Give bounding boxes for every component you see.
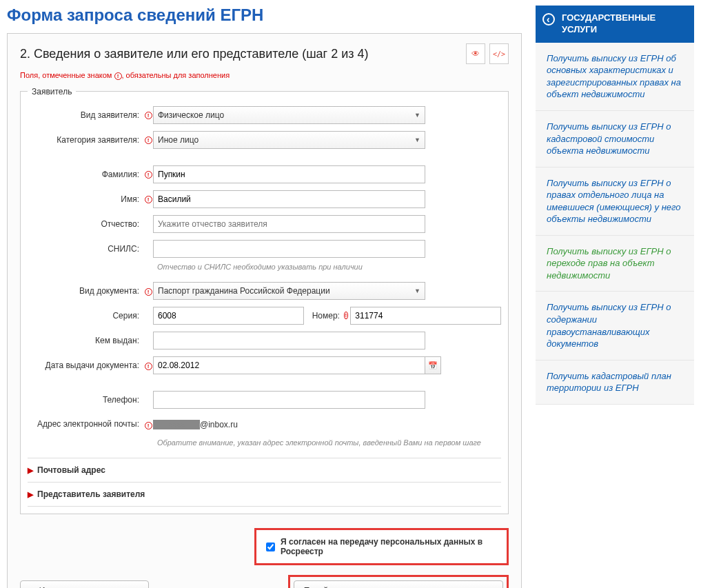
patronymic-snils-hint: Отчество и СНИЛС необходимо указывать пр…: [157, 262, 501, 272]
snils-label: СНИЛС:: [28, 244, 143, 254]
back-button[interactable]: «Изменить детали запроса: [20, 580, 149, 588]
xml-icon[interactable]: </>: [489, 43, 509, 64]
applicant-category-select[interactable]: Иное лицо▼: [153, 131, 425, 149]
page-title: Форма запроса сведений ЕГРН: [7, 6, 522, 25]
series-label: Серия:: [28, 311, 143, 321]
chevron-right-icon: ▶: [28, 490, 33, 498]
consent-label: Я согласен на передачу персональных данн…: [281, 537, 497, 556]
required-note: Поля, отмеченные знаком !, обязательны д…: [20, 71, 509, 80]
sidebar-list-item: Получить выписку из ЕГРН об основных хар…: [536, 43, 694, 111]
chevron-down-icon: ▼: [414, 287, 420, 294]
number-label: Номер:: [312, 311, 340, 321]
sidebar-list-item: Получить выписку из ЕГРН о переходе прав…: [536, 236, 694, 292]
email-value: xxxx@inbox.ru: [153, 420, 501, 429]
issue-date-input[interactable]: [153, 356, 425, 374]
issued-by-label: Кем выдан:: [28, 336, 143, 345]
sidebar-item-0[interactable]: Получить выписку из ЕГРН об основных хар…: [547, 52, 683, 101]
series-input[interactable]: [153, 307, 304, 325]
doc-type-label: Вид документа:: [28, 286, 143, 296]
surname-label: Фамилия:: [28, 170, 143, 179]
sidebar-item-5[interactable]: Получить кадастровый план территории из …: [547, 370, 683, 394]
required-mark-icon: !: [145, 112, 152, 119]
required-mark-icon: !: [114, 72, 122, 80]
sidebar-item-2[interactable]: Получить выписку из ЕГРН о правах отдель…: [547, 177, 683, 225]
number-input[interactable]: [350, 307, 501, 325]
phone-label: Телефон:: [28, 395, 143, 405]
sidebar-list-item: Получить кадастровый план территории из …: [536, 361, 694, 405]
sidebar-list-item: Получить выписку из ЕГРН о правах отдель…: [536, 168, 694, 236]
fieldset-legend: Заявитель: [28, 87, 76, 97]
chevron-right-icon: ▶: [28, 466, 33, 474]
email-label: Адрес электронной почты:: [28, 419, 143, 430]
postal-address-toggle[interactable]: ▶Почтовый адрес: [28, 458, 501, 482]
preview-icon[interactable]: 👁: [466, 43, 485, 64]
required-mark-icon: !: [145, 171, 152, 179]
applicant-type-label: Вид заявителя:: [28, 110, 143, 120]
step-title: 2. Сведения о заявителе или его представ…: [20, 47, 369, 61]
name-label: Имя:: [28, 194, 143, 204]
sidebar-item-3[interactable]: Получить выписку из ЕГРН о переходе прав…: [547, 245, 683, 282]
sidebar-item-4[interactable]: Получить выписку из ЕГРН о содержании пр…: [547, 301, 683, 349]
next-button[interactable]: Перейти к прилагаемым к запросу документ…: [294, 580, 503, 588]
clock-back-icon: [542, 13, 555, 26]
issued-by-input[interactable]: [153, 332, 425, 349]
sidebar-header: ГОСУДАРСТВЕННЫЕ УСЛУГИ: [536, 6, 694, 43]
applicant-type-select[interactable]: Физическое лицо▼: [153, 106, 425, 124]
required-mark-icon: !: [145, 288, 152, 296]
required-mark-icon: !: [145, 196, 152, 203]
issue-date-label: Дата выдачи документа:: [28, 361, 143, 370]
sidebar-list-item: Получить выписку из ЕГРН о кадастровой с…: [536, 111, 694, 168]
form-container: 2. Сведения о заявителе или его представ…: [7, 33, 522, 588]
required-mark-icon: !: [145, 422, 152, 429]
surname-input[interactable]: [153, 165, 425, 183]
name-input[interactable]: [153, 190, 425, 208]
phone-input[interactable]: [153, 391, 425, 409]
applicant-category-label: Категория заявителя:: [28, 135, 143, 145]
consent-box: Я согласен на передачу персональных данн…: [254, 528, 509, 565]
required-mark-icon: !: [145, 136, 152, 144]
representative-toggle[interactable]: ▶Представитель заявителя: [28, 482, 501, 507]
applicant-fieldset: Заявитель Вид заявителя: ! Физическое ли…: [20, 87, 509, 515]
sidebar-list-item: Получить выписку из ЕГРН о содержании пр…: [536, 292, 694, 360]
patronymic-input[interactable]: [153, 215, 425, 233]
snils-input[interactable]: [153, 240, 425, 258]
chevron-down-icon: ▼: [414, 136, 420, 143]
required-mark-icon: !: [145, 363, 152, 370]
email-hint: Обратите внимание, указан адрес электрон…: [157, 438, 501, 448]
sidebar-item-1[interactable]: Получить выписку из ЕГРН о кадастровой с…: [547, 121, 683, 157]
consent-checkbox[interactable]: [266, 543, 275, 551]
patronymic-label: Отчество:: [28, 219, 143, 229]
doc-type-select[interactable]: Паспорт гражданина Российской Федерации▼: [153, 282, 425, 300]
required-mark-icon: !: [344, 312, 348, 319]
sidebar: ГОСУДАРСТВЕННЫЕ УСЛУГИ Получить выписку …: [536, 6, 694, 588]
chevron-down-icon: ▼: [414, 112, 420, 119]
calendar-icon[interactable]: 📅: [425, 356, 441, 374]
